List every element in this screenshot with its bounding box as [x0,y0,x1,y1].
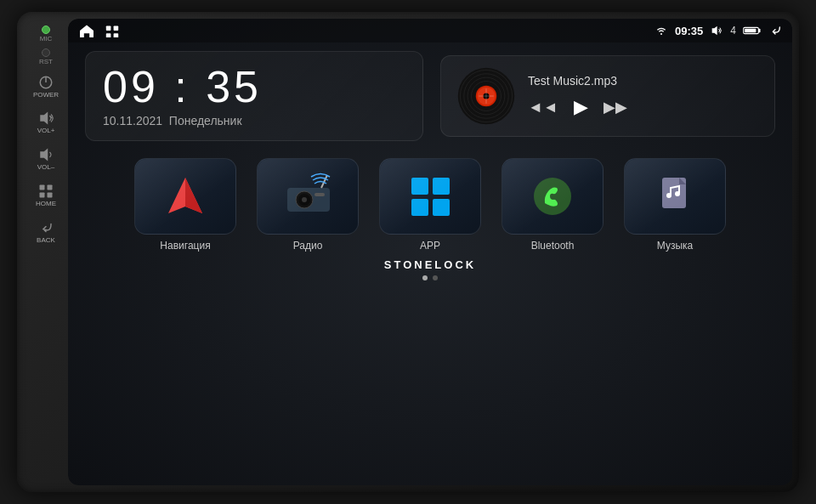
svg-rect-6 [40,184,45,190]
music-top: Test Music2.mp3 ◄◄ ▶ ▶▶ [456,66,759,126]
clock-minutes: 35 [206,62,262,111]
status-left [78,24,121,37]
branding: STONELOCK [85,258,775,271]
svg-rect-17 [745,29,756,32]
svg-point-40 [534,178,571,215]
svg-rect-30 [287,188,330,212]
wifi-icon [654,25,668,37]
home-filled-icon [104,24,121,37]
volume-status-icon [710,25,723,37]
mic-led [42,25,50,34]
forward-button[interactable]: ▶▶ [604,98,627,116]
app-navigation[interactable]: Навигация [130,158,241,252]
svg-point-44 [675,191,680,196]
music-app-label: Музыка [657,240,693,252]
vol-plus-button[interactable]: VOL+ [34,107,59,139]
svg-marker-2 [40,112,48,125]
top-section: 09 : 35 10.11.2021 Понедельник [85,51,775,141]
home-icon [38,184,54,199]
radio-icon-bg [257,158,359,235]
svg-rect-37 [433,178,450,195]
rst-indicator: RST [39,48,53,66]
clock-colon: : [159,62,206,111]
clock-time: 09 : 35 [103,65,405,109]
music-info: Test Music2.mp3 ◄◄ ▶ ▶▶ [528,74,759,118]
screen-wrapper: 09:35 4 [68,19,792,485]
screen: 09:35 4 [68,19,792,485]
dot-2[interactable] [433,275,438,280]
svg-rect-13 [114,33,119,37]
power-label: POWER [33,92,59,99]
bluetooth-svg-icon [531,171,574,222]
volume-value: 4 [730,25,736,37]
clock-date: 10.11.2021 Понедельник [103,114,405,127]
music-controls: ◄◄ ▶ ▶▶ [528,96,759,118]
svg-point-33 [302,197,307,202]
music-widget: Test Music2.mp3 ◄◄ ▶ ▶▶ [440,55,775,137]
rewind-button[interactable]: ◄◄ [528,99,558,116]
back-arrow-icon [768,25,782,37]
navigation-label: Навигация [160,240,210,252]
app-bluetooth[interactable]: Bluetooth [497,158,608,252]
home-button[interactable]: HOME [32,180,60,212]
svg-marker-28 [168,178,202,213]
side-controls: MIC RST POWER VOL+ [24,19,68,485]
svg-rect-10 [106,25,111,31]
clock-widget: 09 : 35 10.11.2021 Понедельник [85,51,423,141]
clock-date-value: 10.11.2021 [103,114,162,127]
app-radio[interactable]: Радио [252,158,363,252]
svg-point-32 [298,194,310,206]
svg-point-31 [296,191,313,208]
rst-led [42,48,50,57]
radio-svg-icon [280,171,336,222]
svg-rect-36 [411,178,428,195]
status-right: 09:35 4 [654,25,782,37]
vol-minus-icon [38,147,54,162]
status-bar: 09:35 4 [68,19,792,42]
power-button[interactable]: POWER [30,71,62,103]
mic-label: MIC [40,36,53,43]
svg-rect-41 [662,178,686,208]
back-icon [38,220,54,235]
vol-plus-icon [38,110,54,126]
nav-home-icon [78,24,95,37]
play-button[interactable]: ▶ [574,96,588,118]
device-body: MIC RST POWER VOL+ [17,12,799,492]
main-content: 09 : 35 10.11.2021 Понедельник [68,42,792,485]
app-label: APP [420,240,440,252]
back-label: BACK [37,237,55,245]
vinyl-record [456,66,516,126]
svg-marker-42 [679,178,686,184]
svg-rect-9 [48,192,53,197]
music-icon-bg [624,158,726,235]
app-icon-bg [379,158,481,235]
app-music[interactable]: Музыка [620,158,730,252]
power-icon [38,75,54,90]
svg-rect-11 [106,33,111,37]
svg-marker-14 [712,26,717,36]
rst-label: RST [39,59,53,66]
svg-rect-7 [48,184,53,190]
home-label: HOME [36,201,56,208]
status-time: 09:35 [675,25,703,37]
svg-point-43 [666,193,672,198]
svg-marker-5 [40,149,48,161]
page-dots [85,275,775,280]
battery-icon [743,25,762,36]
clock-hours: 09 [103,62,159,111]
app-app[interactable]: APP [375,158,485,252]
svg-rect-38 [411,199,428,216]
vol-plus-label: VOL+ [37,127,55,135]
clock-day: Понедельник [169,114,242,127]
mic-indicator: MIC [40,25,53,43]
bluetooth-label: Bluetooth [531,240,575,252]
dot-1[interactable] [422,275,428,280]
navigation-icon-bg [134,158,236,235]
vol-minus-button[interactable]: VOL– [34,144,58,175]
app-svg-icon [407,173,454,220]
svg-rect-12 [114,25,119,31]
vinyl-svg [456,66,516,126]
navigation-svg-icon [160,171,211,222]
bluetooth-icon-bg [502,158,604,235]
back-button[interactable]: BACK [33,217,59,248]
